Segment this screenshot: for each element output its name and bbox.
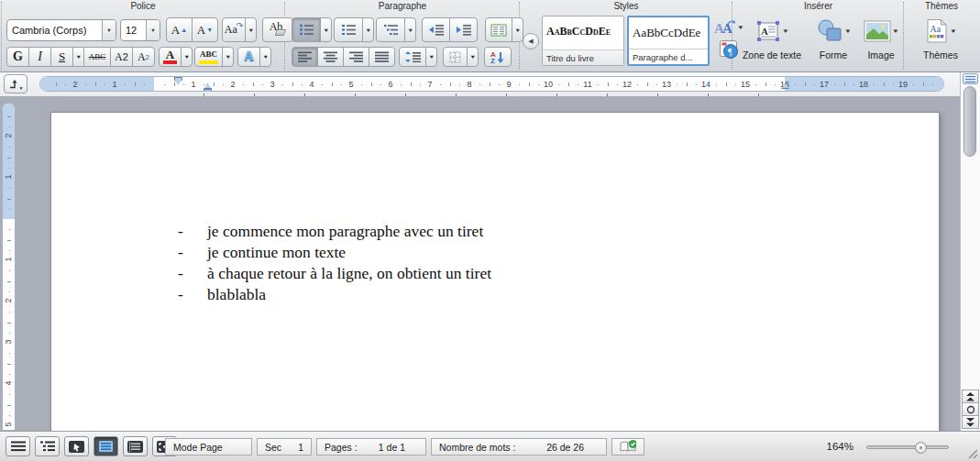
style-preview-text: AaBbCcDdEe bbox=[629, 17, 708, 49]
highlight-button[interactable]: ABC bbox=[194, 47, 223, 67]
bold-button[interactable]: G bbox=[6, 47, 29, 67]
hnum-mark: 17 bbox=[820, 80, 829, 89]
vertical-scrollbar[interactable] bbox=[960, 72, 980, 431]
left-indent-marker[interactable] bbox=[204, 89, 212, 92]
highlight-dropdown[interactable] bbox=[222, 47, 234, 67]
pages-label: Pages : bbox=[325, 442, 358, 453]
styles-scroll-left-button[interactable]: ◀ bbox=[523, 33, 539, 49]
highlight-letters: ABC bbox=[200, 49, 217, 59]
italic-button[interactable]: I bbox=[28, 47, 51, 67]
font-size-select[interactable]: 12 bbox=[120, 19, 160, 41]
hdot-mark bbox=[814, 84, 815, 85]
underline-button[interactable]: S bbox=[50, 47, 73, 67]
zoom-slider-thumb[interactable] bbox=[915, 442, 927, 454]
dropdown-arrow-icon[interactable] bbox=[146, 20, 160, 40]
style-name: Paragraphe d... bbox=[629, 49, 708, 64]
align-right-button[interactable] bbox=[343, 47, 369, 67]
font-name-select[interactable]: Cambria (Corps) bbox=[6, 19, 116, 41]
font-color-button[interactable]: A bbox=[159, 47, 182, 67]
htick-mark bbox=[95, 82, 96, 86]
zoom-slider[interactable] bbox=[866, 445, 949, 449]
insert-shape-button[interactable]: ▼ Forme bbox=[809, 15, 858, 60]
document-page[interactable]: -je commence mon paragraphe avec un tire… bbox=[50, 112, 940, 431]
style-card-paragraphe-selected[interactable]: AaBbCcDdEe Paragraphe d... bbox=[627, 16, 710, 66]
notebook-layout-view-button[interactable] bbox=[123, 436, 148, 456]
line-spacing-dropdown[interactable] bbox=[425, 47, 437, 67]
change-case-dropdown[interactable] bbox=[245, 17, 257, 42]
line-text: je continue mon texte bbox=[207, 242, 346, 263]
print-layout-view-button[interactable] bbox=[94, 436, 118, 456]
font-color-dropdown[interactable] bbox=[181, 47, 193, 67]
pages-field[interactable]: Pages : 1 de 1 bbox=[316, 438, 426, 456]
first-line-indent-marker[interactable] bbox=[174, 77, 182, 84]
borders-dropdown[interactable] bbox=[467, 47, 479, 67]
justify-button[interactable] bbox=[369, 47, 395, 67]
hdot-mark bbox=[656, 84, 657, 85]
numbered-list-icon bbox=[341, 24, 357, 36]
line-text: blablabla bbox=[207, 284, 266, 305]
hdot-mark bbox=[65, 84, 66, 85]
numbering-dropdown[interactable] bbox=[362, 17, 374, 42]
superscript-button[interactable]: A2 bbox=[110, 47, 133, 67]
outline-view-button[interactable] bbox=[35, 436, 60, 456]
view-mode-field[interactable]: Mode Page bbox=[165, 438, 252, 456]
multilevel-list-button[interactable] bbox=[376, 17, 405, 42]
columns-button[interactable] bbox=[485, 17, 512, 42]
insert-image-button[interactable]: ▼ Image bbox=[858, 15, 904, 60]
align-left-button[interactable] bbox=[292, 47, 318, 67]
numbering-button[interactable] bbox=[334, 17, 363, 42]
previous-page-button[interactable] bbox=[962, 390, 979, 403]
borders-button[interactable] bbox=[443, 47, 468, 67]
split-view-handle[interactable] bbox=[963, 73, 978, 84]
select-browse-object-button[interactable] bbox=[962, 402, 979, 416]
scrollbar-thumb[interactable] bbox=[963, 86, 976, 157]
text-effects-button[interactable]: A bbox=[237, 47, 260, 67]
spellcheck-status[interactable] bbox=[611, 438, 644, 456]
insert-textbox-button[interactable]: A ▼ Zone de texte bbox=[735, 15, 809, 60]
document-line[interactable]: -je commence mon paragraphe avec un tire… bbox=[178, 221, 491, 242]
document-line[interactable]: -à chaque retour à la ligne, on obtient … bbox=[178, 263, 491, 284]
bullets-button[interactable] bbox=[292, 17, 321, 42]
themes-button[interactable]: Aa ▼ Thèmes bbox=[914, 15, 967, 60]
style-card-titre-du-livre[interactable]: AaBbCcDdEe Titre du livre bbox=[542, 16, 624, 66]
shapes-icon bbox=[816, 18, 843, 44]
subscript-button[interactable]: A2 bbox=[132, 47, 155, 67]
document-line[interactable]: -je continue mon texte bbox=[178, 242, 491, 263]
multilevel-list-dropdown[interactable] bbox=[404, 17, 416, 42]
bullets-dropdown[interactable] bbox=[320, 17, 332, 42]
ruler-strip: ▼ 2112345678910111213141516171819 bbox=[0, 72, 960, 96]
word-count-field[interactable]: Nombre de mots : 26 de 26 bbox=[431, 438, 607, 456]
pages-value: 1 de 1 bbox=[379, 442, 405, 453]
htick-mark bbox=[608, 82, 609, 86]
next-page-button[interactable] bbox=[962, 415, 979, 429]
sort-button[interactable]: AZ bbox=[484, 47, 512, 67]
decrease-indent-button[interactable] bbox=[422, 17, 450, 42]
vertical-ruler[interactable]: 2112345 bbox=[2, 103, 16, 431]
tab-stop-selector[interactable]: ▼ bbox=[4, 74, 28, 93]
hdot-mark bbox=[401, 84, 402, 85]
hdot-mark bbox=[834, 84, 835, 85]
increase-indent-button[interactable] bbox=[449, 17, 478, 42]
document-line[interactable]: -blablabla bbox=[178, 284, 491, 305]
strikethrough-button[interactable]: ABC bbox=[83, 47, 111, 67]
line-spacing-button[interactable] bbox=[399, 47, 426, 67]
horizontal-ruler[interactable]: 2112345678910111213141516171819 bbox=[39, 76, 944, 92]
eraser-icon bbox=[275, 29, 287, 36]
hdot-mark bbox=[716, 84, 717, 85]
section-field[interactable]: Sec 1 bbox=[257, 438, 312, 456]
align-center-button[interactable] bbox=[317, 47, 344, 67]
change-case-letters: Aa bbox=[225, 23, 237, 37]
publishing-layout-view-button[interactable] bbox=[64, 436, 89, 456]
shrink-font-button[interactable]: A bbox=[192, 17, 218, 42]
text-effects-dropdown[interactable] bbox=[259, 47, 271, 67]
grow-font-button[interactable]: A bbox=[166, 17, 193, 42]
vdot-mark bbox=[9, 312, 10, 313]
draft-view-button[interactable] bbox=[6, 436, 30, 456]
change-case-button[interactable]: Aa ↷ bbox=[222, 17, 246, 42]
dropdown-arrow-icon: ▼ bbox=[844, 28, 852, 34]
dropdown-arrow-icon[interactable] bbox=[102, 20, 116, 40]
resize-grip[interactable] bbox=[966, 447, 978, 459]
ribbon-group-police: Police Cambria (Corps) 12 A A bbox=[3, 0, 283, 71]
hnum-mark: 9 bbox=[506, 80, 511, 89]
htick-mark bbox=[923, 82, 924, 86]
